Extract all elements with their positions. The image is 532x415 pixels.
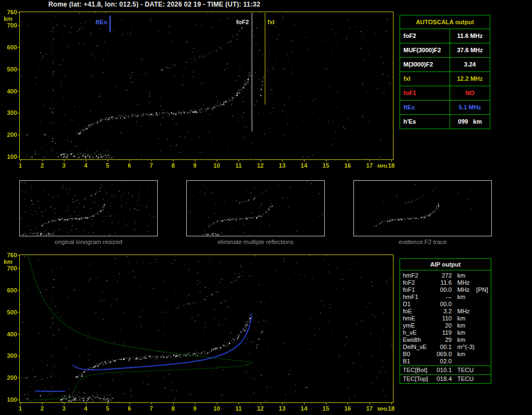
aip-unit: TECU <box>452 375 474 383</box>
aip-val: 018.4 <box>433 375 452 383</box>
aip-lbl: D1 <box>403 301 433 308</box>
aip-lbl: DelN_vE <box>403 344 433 351</box>
parameter-label: h'Es <box>400 115 450 129</box>
autoscala-row-hes: h'Es099 km <box>400 114 490 129</box>
aip-val: 00.1 <box>433 344 452 351</box>
parameter-label: ftEs <box>400 101 450 114</box>
aip-row-foe: foE3.2MHz <box>400 308 491 315</box>
aip-tec-rows: TEC[Bot]010.1TECUTEC[Top]018.4TECU <box>400 366 491 383</box>
aip-unit: km <box>452 322 465 329</box>
parameter-label: fxI <box>400 72 450 86</box>
aip-val: 010.1 <box>433 366 452 374</box>
autoscala-row-m3000f2: M(3000)F23.24 <box>400 57 490 71</box>
autoscala-output-table: AUTOSCALA output foF211.6 MHzMUF(3000)F2… <box>400 15 490 129</box>
parameter-value: 5.1 MHz <box>450 101 490 114</box>
aip-row-b1: B102.0 <box>400 358 491 365</box>
aip-lbl: TEC[Top] <box>403 375 433 383</box>
aip-row-hmf1: hmF1---km <box>400 294 491 301</box>
aip-val: 00.0 <box>433 286 452 294</box>
restored-profile-ionogram-plot <box>0 251 398 415</box>
thumbnail-f2-trace-evidence <box>353 180 492 236</box>
aip-val: 119 <box>433 329 452 336</box>
aip-lbl: hmF1 <box>403 294 433 301</box>
autoscala-table-title: AUTOSCALA output <box>400 15 490 29</box>
aip-unit: m^(-3) <box>452 344 474 351</box>
aip-val: 3.2 <box>433 308 452 315</box>
aip-row-fof2: foF211.6MHz <box>400 279 491 286</box>
aip-row-b0: B0069.0km <box>400 351 491 358</box>
aip-row-yme: ymE20km <box>400 322 491 329</box>
aip-lbl: B1 <box>403 358 433 365</box>
station-date-time-title: Rome (lat: +41.8, lon: 012.5) - DATE: 20… <box>48 1 261 8</box>
aip-unit: km <box>452 315 465 322</box>
aip-output-table: AIP output hmF2272kmfoF211.6MHzfoF100.0M… <box>400 258 491 384</box>
measured-ionogram-plot <box>0 8 398 174</box>
thumbnail-caption-original: original ionogram resized <box>19 239 158 245</box>
aip-unit <box>452 358 457 365</box>
aip-unit: MHz <box>452 308 470 315</box>
parameter-value: 3.24 <box>450 58 490 71</box>
aip-unit: MHz <box>452 279 470 286</box>
aip-val: 00.0 <box>433 301 452 308</box>
aip-val: 110 <box>433 315 452 322</box>
aip-lbl: foF1 <box>403 286 433 294</box>
aip-table-rows: hmF2272kmfoF211.6MHzfoF100.0MHz[PN]hmF1-… <box>400 270 491 365</box>
aip-row-hmf2: hmF2272km <box>400 272 491 279</box>
aip-lbl: foF2 <box>403 279 433 286</box>
aip-lbl: B0 <box>403 351 433 358</box>
aip-unit: TECU <box>452 366 474 374</box>
aip-val: 272 <box>433 272 452 279</box>
aip-lbl: h_vE <box>403 329 433 336</box>
autoscala-table-rows: foF211.6 MHzMUF(3000)F237.6 MHzM(3000)F2… <box>400 29 490 129</box>
aip-val: 29 <box>433 336 452 344</box>
autoscala-row-muf3000f2: MUF(3000)F237.6 MHz <box>400 43 490 57</box>
aip-row-hme: hmE110km <box>400 315 491 322</box>
aip-lbl: foE <box>403 308 433 315</box>
autoscala-row-fxi: fxI12.2 MHz <box>400 71 490 86</box>
aip-row-d1: D100.0 <box>400 301 491 308</box>
aip-note: [PN] <box>476 286 488 294</box>
aip-row-fof1: foF100.0MHz[PN] <box>400 286 491 294</box>
aip-table-title: AIP output <box>400 259 491 270</box>
aip-val: 02.0 <box>433 358 452 365</box>
parameter-label: M(3000)F2 <box>400 58 450 71</box>
aip-lbl: TEC[Bot] <box>403 366 433 374</box>
aip-row-tecbot: TEC[Bot]010.1TECU <box>400 366 491 374</box>
aip-unit: MHz <box>452 286 470 294</box>
aip-lbl: hmE <box>403 315 433 322</box>
aip-unit: km <box>452 351 465 358</box>
aip-row-hve: h_vE119km <box>400 329 491 336</box>
aip-unit: km <box>452 294 465 301</box>
thumbnail-multiple-reflections-removed <box>186 180 325 236</box>
aip-lbl: Ewidth <box>403 336 433 344</box>
parameter-value: 12.2 MHz <box>450 72 490 86</box>
parameter-value: NO <box>450 86 490 100</box>
aip-unit: km <box>452 329 465 336</box>
aip-row-tectop: TEC[Top]018.4TECU <box>400 374 491 383</box>
parameter-value: 11.6 MHz <box>450 29 490 43</box>
parameter-label: foF1 <box>400 86 450 100</box>
parameter-label: foF2 <box>400 29 450 43</box>
aip-row-delnve: DelN_vE00.1m^(-3) <box>400 344 491 351</box>
autoscala-app-window: Rome (lat: +41.8, lon: 012.5) - DATE: 20… <box>0 0 532 415</box>
aip-unit: km <box>452 272 465 279</box>
autoscala-row-fof1: foF1NO <box>400 86 490 100</box>
aip-row-ewidth: Ewidth29km <box>400 336 491 344</box>
aip-val: 11.6 <box>433 279 452 286</box>
autoscala-row-fof2: foF211.6 MHz <box>400 29 490 43</box>
aip-val: 069.0 <box>433 351 452 358</box>
autoscala-row-ftes: ftEs5.1 MHz <box>400 100 490 114</box>
aip-unit: km <box>452 336 465 344</box>
parameter-value: 37.6 MHz <box>450 43 490 57</box>
aip-lbl: hmF2 <box>403 272 433 279</box>
aip-lbl: ymE <box>403 322 433 329</box>
thumbnail-caption-eliminate: eliminate multiple reflections <box>186 239 325 245</box>
aip-val: 20 <box>433 322 452 329</box>
aip-unit <box>452 301 457 308</box>
parameter-label: MUF(3000)F2 <box>400 43 450 57</box>
aip-val: --- <box>433 294 452 301</box>
parameter-value: 099 km <box>450 115 490 129</box>
thumbnail-original-ionogram <box>19 180 158 236</box>
thumbnail-caption-evidence: evidence F2 trace <box>353 239 492 245</box>
